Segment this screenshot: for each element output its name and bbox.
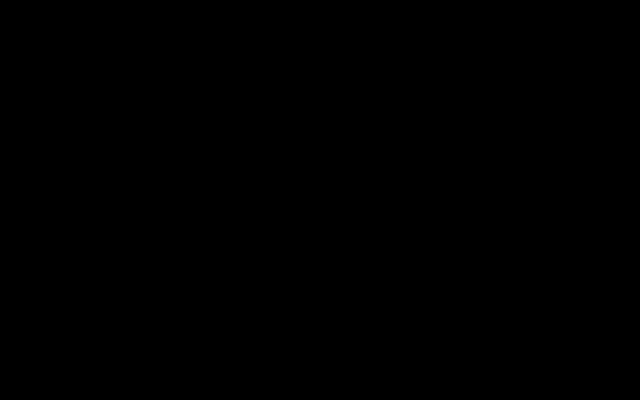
board-grid[interactable] [20,16,354,352]
separator-line-top [416,189,640,190]
title-bar [404,0,640,15]
status-bar [0,351,640,368]
separator-line-bottom [416,268,640,269]
game-screen [0,0,640,400]
